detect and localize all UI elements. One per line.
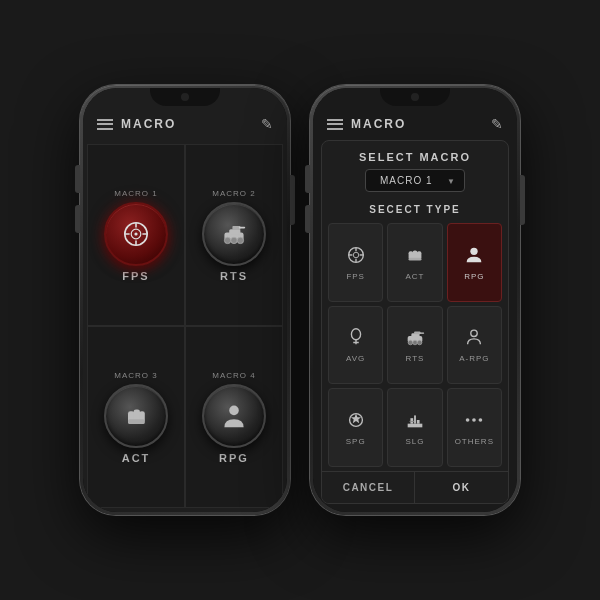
- macro-grid: MACRO 1 FPS: [83, 140, 287, 512]
- left-screen-content: MACRO ✎ MACRO 1: [83, 88, 287, 512]
- svg-point-12: [231, 237, 237, 243]
- ok-button[interactable]: OK: [415, 472, 508, 503]
- svg-rect-43: [410, 418, 413, 424]
- type-cell-slg[interactable]: SLG: [387, 388, 442, 467]
- act-type-icon: [404, 244, 426, 270]
- type-cell-spg[interactable]: SPG: [328, 388, 383, 467]
- select-type-heading: SECECT TYPE: [322, 200, 508, 219]
- svg-point-29: [471, 247, 478, 254]
- fps-type-label: FPS: [346, 272, 365, 281]
- svg-point-18: [229, 405, 239, 415]
- macro-btn-fps[interactable]: [104, 202, 168, 266]
- slg-type-label: SLG: [405, 437, 424, 446]
- fist-btn-icon: [120, 400, 152, 432]
- macro3-name: ACT: [122, 452, 151, 464]
- svg-point-40: [471, 331, 477, 337]
- others-type-label: OTHERS: [455, 437, 494, 446]
- rpg-type-label: RPG: [464, 272, 484, 281]
- macro-btn-rts[interactable]: [202, 202, 266, 266]
- others-type-icon: [463, 409, 485, 435]
- macro-btn-act[interactable]: [104, 384, 168, 448]
- spg-type-label: SPG: [346, 437, 366, 446]
- svg-rect-10: [239, 226, 245, 228]
- rts-type-icon: [404, 326, 426, 352]
- arpg-type-label: A-RPG: [459, 354, 489, 363]
- right-screen-content: MACRO ✎ SELECT MACRO MACRO 1 SECECT TYPE: [313, 88, 517, 512]
- tank-btn-icon: [218, 218, 250, 250]
- person-btn-icon: [218, 400, 250, 432]
- type-cell-rpg[interactable]: RPG: [447, 223, 502, 302]
- left-header-title: MACRO: [121, 117, 261, 131]
- svg-point-6: [134, 232, 137, 235]
- type-cell-fps[interactable]: FPS: [328, 223, 383, 302]
- macro-cell-rpg[interactable]: MACRO 4 RPG: [185, 326, 283, 508]
- spg-type-icon: [345, 409, 367, 435]
- menu-icon[interactable]: [97, 119, 113, 130]
- svg-rect-28: [409, 258, 422, 261]
- svg-rect-42: [408, 424, 423, 428]
- svg-point-30: [351, 329, 360, 340]
- macro-cell-fps[interactable]: MACRO 1 FPS: [87, 144, 185, 326]
- svg-rect-36: [420, 333, 425, 334]
- macro4-name: RPG: [219, 452, 249, 464]
- type-cell-act[interactable]: ACT: [387, 223, 442, 302]
- type-cell-arpg[interactable]: A-RPG: [447, 306, 502, 385]
- avg-type-icon: [345, 326, 367, 352]
- svg-point-37: [408, 341, 413, 346]
- right-header-title: MACRO: [351, 117, 491, 131]
- rpg-type-icon: [463, 244, 485, 270]
- macro2-name: RTS: [220, 270, 248, 282]
- right-phone-screen: MACRO ✎ SELECT MACRO MACRO 1 SECECT TYPE: [313, 88, 517, 512]
- type-grid: FPS AC: [322, 219, 508, 471]
- type-cell-rts[interactable]: RTS: [387, 306, 442, 385]
- avg-type-label: AVG: [346, 354, 365, 363]
- macro-btn-rpg[interactable]: [202, 384, 266, 448]
- type-cell-others[interactable]: OTHERS: [447, 388, 502, 467]
- right-edit-icon[interactable]: ✎: [491, 116, 503, 132]
- macro-cell-rts[interactable]: MACRO 2 RTS: [185, 144, 283, 326]
- svg-point-38: [413, 341, 418, 346]
- select-macro-heading: SELECT MACRO: [322, 141, 508, 169]
- act-type-label: ACT: [405, 272, 424, 281]
- left-edit-icon[interactable]: ✎: [261, 116, 273, 132]
- svg-point-13: [237, 237, 243, 243]
- left-phone: MACRO ✎ MACRO 1: [80, 85, 290, 515]
- svg-point-11: [224, 237, 230, 243]
- svg-point-48: [472, 418, 476, 422]
- svg-point-20: [353, 252, 359, 258]
- svg-rect-45: [417, 420, 420, 424]
- svg-rect-8: [229, 229, 240, 235]
- right-menu-icon[interactable]: [327, 119, 343, 130]
- svg-rect-44: [414, 416, 416, 424]
- macro1-top-label: MACRO 1: [114, 189, 157, 198]
- crosshair-btn-icon: [120, 218, 152, 250]
- svg-point-47: [466, 418, 470, 422]
- right-phone: MACRO ✎ SELECT MACRO MACRO 1 SECECT TYPE: [310, 85, 520, 515]
- macro4-top-label: MACRO 4: [212, 371, 255, 380]
- svg-rect-35: [414, 332, 420, 335]
- dropdown-row: MACRO 1: [322, 169, 508, 192]
- svg-rect-46: [409, 421, 414, 422]
- slg-type-icon: [404, 409, 426, 435]
- left-phone-screen: MACRO ✎ MACRO 1: [83, 88, 287, 512]
- fps-type-icon: [345, 244, 367, 270]
- macro-dropdown[interactable]: MACRO 1: [365, 169, 465, 192]
- rts-type-label: RTS: [406, 354, 425, 363]
- svg-point-49: [479, 418, 483, 422]
- select-macro-panel: SELECT MACRO MACRO 1 SECECT TYPE: [321, 140, 509, 504]
- macro3-top-label: MACRO 3: [114, 371, 157, 380]
- macro2-top-label: MACRO 2: [212, 189, 255, 198]
- dialog-footer: CANCEL OK: [322, 471, 508, 503]
- type-cell-avg[interactable]: AVG: [328, 306, 383, 385]
- svg-rect-17: [128, 419, 145, 424]
- main-scene: MACRO ✎ MACRO 1: [80, 85, 520, 515]
- arpg-type-icon: [463, 326, 485, 352]
- macro-cell-act[interactable]: MACRO 3 ACT: [87, 326, 185, 508]
- cancel-button[interactable]: CANCEL: [322, 472, 415, 503]
- svg-point-39: [417, 341, 422, 346]
- macro1-name: FPS: [122, 270, 149, 282]
